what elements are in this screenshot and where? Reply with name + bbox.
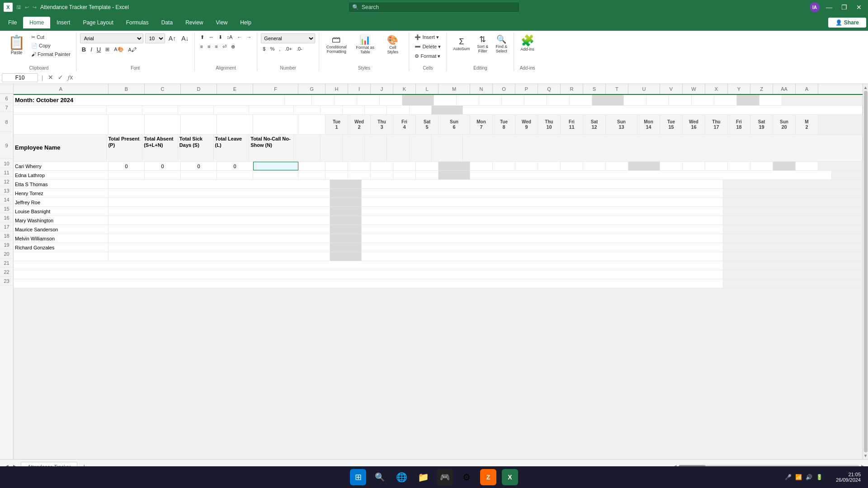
- col-header-a[interactable]: A: [14, 84, 108, 94]
- col-header-c[interactable]: C: [145, 84, 181, 94]
- col-header-l[interactable]: L: [416, 84, 439, 94]
- borders-button[interactable]: ⊞: [104, 46, 111, 53]
- search-box[interactable]: 🔍 Search: [348, 2, 520, 13]
- maximize-button[interactable]: ❐: [839, 4, 850, 11]
- cell-e8[interactable]: [217, 115, 253, 134]
- merge-center-button[interactable]: ⊕: [229, 43, 237, 51]
- col-header-x[interactable]: X: [705, 84, 728, 94]
- cell-c7[interactable]: [142, 106, 178, 114]
- format-painter-button[interactable]: 🖌 Format Painter: [29, 51, 72, 58]
- game-button[interactable]: 🎮: [437, 469, 453, 485]
- col-header-o[interactable]: O: [493, 84, 515, 94]
- cell-reference-box[interactable]: [2, 73, 38, 82]
- cell-i6[interactable]: [335, 95, 357, 105]
- cell-t10[interactable]: [606, 162, 628, 170]
- cell-restn16[interactable]: [362, 216, 723, 225]
- tab-formulas[interactable]: Formulas: [120, 17, 155, 28]
- col-header-ab[interactable]: A: [796, 84, 818, 94]
- cell-e11[interactable]: [217, 171, 253, 179]
- percent-button[interactable]: %: [268, 45, 276, 52]
- cell-z10[interactable]: [750, 162, 773, 170]
- cell-f8[interactable]: [253, 115, 298, 134]
- cell-m20[interactable]: [330, 252, 362, 261]
- number-format-selector[interactable]: General: [261, 33, 315, 43]
- col-header-q[interactable]: Q: [538, 84, 561, 94]
- employee-jeffrey[interactable]: Jeffrey Roe: [14, 198, 108, 206]
- cell-f11[interactable]: [253, 171, 298, 179]
- col-header-z[interactable]: Z: [750, 84, 773, 94]
- decimal-decrease-button[interactable]: .0-: [295, 45, 304, 52]
- employee-henry[interactable]: Henry Torrez: [14, 189, 108, 197]
- cell-m18[interactable]: [330, 234, 362, 243]
- scroll-thumb-v[interactable]: [864, 91, 868, 452]
- cell-m6[interactable]: [402, 95, 434, 105]
- align-top-button[interactable]: ⬆: [198, 33, 206, 41]
- cell-d8[interactable]: [181, 115, 217, 134]
- cell-styles-button[interactable]: 🎨 CellStyles: [380, 33, 405, 55]
- cell-rest14[interactable]: [108, 198, 330, 206]
- find-select-button[interactable]: 🔍 Find &Select: [493, 33, 510, 54]
- cell-aa6[interactable]: [737, 95, 760, 105]
- cell-y6[interactable]: [692, 95, 714, 105]
- cell-n10[interactable]: [470, 162, 493, 170]
- cell-g6[interactable]: [285, 95, 312, 105]
- cell-i7[interactable]: [343, 106, 365, 114]
- col-rest9[interactable]: [463, 135, 863, 161]
- cell-ab6[interactable]: [760, 95, 782, 105]
- col-header-h[interactable]: H: [326, 84, 348, 94]
- col-header-j[interactable]: J: [371, 84, 393, 94]
- scroll-down-button[interactable]: ▼: [863, 453, 868, 458]
- employee-edna[interactable]: Edna Lathrop: [14, 171, 108, 179]
- cell-p10[interactable]: [515, 162, 538, 170]
- cell-m15[interactable]: [330, 207, 362, 216]
- zoom-taskbar-button[interactable]: Z: [480, 469, 496, 485]
- delete-cell-button[interactable]: ➖ Delete ▾: [413, 43, 443, 51]
- share-button[interactable]: 👤 Share: [828, 18, 866, 28]
- cell-d7[interactable]: [178, 106, 214, 114]
- employee-maurice[interactable]: Maurice Sanderson: [14, 225, 108, 234]
- col-header-i[interactable]: I: [348, 84, 371, 94]
- cell-x6[interactable]: [669, 95, 692, 105]
- cell-m7[interactable]: [432, 106, 463, 114]
- cell-j7[interactable]: [365, 106, 387, 114]
- autosum-button[interactable]: Σ AutoSum: [450, 33, 472, 54]
- cut-button[interactable]: ✂ Cut: [29, 33, 72, 41]
- close-button[interactable]: ✕: [854, 4, 864, 11]
- cell-x10[interactable]: [705, 162, 728, 170]
- excel-taskbar-button[interactable]: X: [502, 469, 518, 485]
- cell-b7[interactable]: [107, 106, 142, 114]
- cell-j10[interactable]: [371, 162, 393, 170]
- cell-all23[interactable]: [14, 279, 723, 288]
- cell-f10[interactable]: [253, 162, 298, 170]
- employee-louise[interactable]: Louise Basnight: [14, 207, 108, 216]
- chrome-button[interactable]: 🌐: [393, 469, 410, 485]
- file-explorer-button[interactable]: 📁: [415, 469, 431, 485]
- col-header-w[interactable]: W: [683, 84, 705, 94]
- col-header-r[interactable]: R: [561, 84, 583, 94]
- cell-b8[interactable]: [108, 115, 145, 134]
- cell-c8[interactable]: [145, 115, 181, 134]
- cell-d10[interactable]: 0: [181, 162, 217, 170]
- decimal-increase-button[interactable]: .0+: [283, 45, 294, 52]
- month-title-cell[interactable]: Month: October 2024: [14, 95, 285, 105]
- col-i9[interactable]: [343, 135, 365, 161]
- col-header-s[interactable]: S: [583, 84, 606, 94]
- text-direction-button[interactable]: ↕A: [225, 33, 235, 41]
- cell-aa10[interactable]: [773, 162, 796, 170]
- cell-h7[interactable]: [321, 106, 343, 114]
- cell-c10[interactable]: 0: [145, 162, 181, 170]
- cell-v10[interactable]: [660, 162, 683, 170]
- formula-input[interactable]: [76, 75, 866, 81]
- tab-view[interactable]: View: [210, 17, 234, 28]
- cell-restn12[interactable]: [362, 180, 723, 188]
- col-header-u[interactable]: U: [628, 84, 660, 94]
- cell-t6[interactable]: [570, 95, 592, 105]
- cell-q10[interactable]: [538, 162, 561, 170]
- col-h9[interactable]: [321, 135, 343, 161]
- cell-i10[interactable]: [348, 162, 371, 170]
- cell-d11[interactable]: [181, 171, 217, 179]
- cell-restn20[interactable]: [362, 252, 723, 261]
- conditional-formatting-button[interactable]: 🗃 ConditionalFormatting: [323, 33, 350, 55]
- tab-page-layout[interactable]: Page Layout: [76, 17, 119, 28]
- cell-g11[interactable]: [298, 171, 326, 179]
